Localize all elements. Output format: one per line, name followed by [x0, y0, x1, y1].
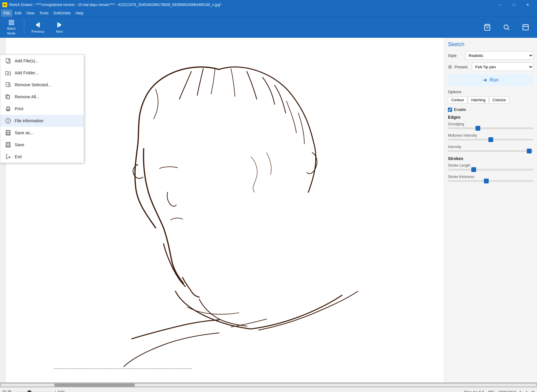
svg-rect-29	[7, 130, 9, 132]
remove-selected-label: Remove Selected...	[15, 82, 51, 87]
enable-checkbox[interactable]	[448, 108, 452, 112]
svg-marker-6	[58, 22, 62, 27]
stroke-thickness-label: Stroke thickness	[448, 175, 533, 179]
menu-file-information[interactable]: File information	[0, 115, 84, 127]
stroke-length-thumb[interactable]	[471, 167, 476, 172]
menu-tools[interactable]: Tools	[37, 10, 51, 17]
smudging-slider-section: Smudging	[448, 122, 533, 129]
tab-hatching[interactable]: Hatching	[468, 97, 489, 104]
zoom-out-button[interactable]: −	[13, 390, 15, 392]
midtones-slider-section: Midtones Intensity	[448, 133, 533, 141]
save-as-icon	[5, 130, 11, 136]
zoom-controls: ⊡ ⊞ − + 67%	[2, 389, 65, 392]
run-arrow-icon: ➜	[483, 77, 487, 83]
zoom-actual-button[interactable]: ⊞	[8, 389, 11, 392]
save-label: Save	[15, 142, 24, 147]
intensity-track[interactable]	[448, 150, 533, 152]
selection-box	[54, 368, 192, 369]
style-select[interactable]: Realistic	[465, 51, 533, 60]
menu-exit[interactable]: Exit	[0, 151, 84, 163]
menu-remove-selected[interactable]: Remove Selected...	[0, 79, 84, 91]
midtones-track[interactable]	[448, 139, 533, 141]
menu-softorbits[interactable]: SoftOrbits	[51, 10, 73, 17]
style-label: Style	[448, 53, 463, 58]
save-icon	[5, 142, 11, 148]
maximize-button[interactable]: □	[507, 0, 521, 10]
time-display: Time (s): 6.9	[464, 390, 484, 392]
presets-icon: ⚙	[448, 64, 452, 70]
next-icon	[56, 21, 63, 28]
info-icon	[5, 118, 11, 124]
menu-add-folder[interactable]: Add Folder...	[0, 67, 84, 79]
search-button[interactable]	[497, 18, 515, 36]
menu-save-as[interactable]: Save as...	[0, 127, 84, 139]
print-label: Print	[15, 106, 23, 111]
print-icon	[5, 106, 11, 112]
svg-rect-30	[7, 133, 10, 135]
search-icon	[503, 24, 510, 31]
titlebar-title: Sketch Drawer - ****Unregistered version…	[9, 3, 221, 7]
zoom-in-button[interactable]: +	[54, 390, 56, 392]
stroke-length-track[interactable]	[448, 169, 533, 171]
next-button[interactable]: Next	[50, 18, 68, 36]
run-button[interactable]: ➜ Run	[448, 74, 533, 86]
share-icon[interactable]: ↗	[525, 390, 528, 392]
menu-add-files[interactable]: Add File(s)...	[0, 55, 84, 67]
previous-icon	[34, 21, 41, 28]
info-status-icon[interactable]: ℹ	[520, 390, 521, 392]
menu-help[interactable]: Help	[73, 10, 86, 17]
resolution-display: 1920x3412	[498, 390, 516, 392]
window-icon	[522, 24, 529, 31]
settings-status-icon[interactable]: ⚙	[531, 390, 535, 392]
remove-all-icon	[5, 94, 11, 100]
status-right: Time (s): 6.9 JPG 1920x3412 ℹ ↗ ⚙	[464, 390, 535, 392]
tab-colorize[interactable]: Colorize	[489, 97, 509, 104]
toolbar-right	[478, 18, 535, 36]
options-label: Options	[448, 90, 533, 94]
menu-edit[interactable]: Edit	[12, 10, 24, 17]
titlebar-left: ✏ Sketch Drawer - ****Unregistered versi…	[2, 2, 221, 7]
zoom-fit-button[interactable]: ⊡	[2, 389, 6, 392]
close-button[interactable]: ✕	[521, 0, 535, 10]
panel-title: Sketch	[448, 41, 533, 48]
zoom-slider-thumb[interactable]	[27, 390, 32, 392]
menu-view[interactable]: View	[24, 10, 37, 17]
menu-print[interactable]: Print	[0, 103, 84, 115]
batch-mode-icon	[8, 19, 15, 25]
midtones-thumb[interactable]	[488, 137, 493, 142]
menu-save[interactable]: Save	[0, 139, 84, 151]
batch-mode-label2: Mode	[7, 31, 16, 35]
menubar: File Edit View Tools SoftOrbits Help	[0, 10, 537, 17]
stroke-thickness-slider-section: Stroke thickness	[448, 175, 533, 182]
intensity-thumb[interactable]	[527, 149, 532, 153]
window-icon-button[interactable]	[517, 18, 535, 36]
previous-button[interactable]: Previous	[28, 18, 48, 36]
remove-selected-icon	[5, 82, 11, 88]
presets-select[interactable]: Felt-Tip pen	[472, 63, 533, 71]
menu-remove-all[interactable]: Remove All...	[0, 91, 84, 103]
horizontal-scrollbar[interactable]	[0, 382, 537, 387]
minimize-button[interactable]: ─	[493, 0, 507, 10]
cart-button[interactable]	[478, 18, 496, 36]
strokes-section-label: Strokes	[448, 156, 533, 161]
intensity-label: Intensity	[448, 145, 533, 149]
add-folder-icon	[5, 70, 11, 76]
menu-file[interactable]: File	[1, 10, 12, 17]
smudging-track[interactable]	[448, 127, 533, 129]
tab-contour[interactable]: Contour	[448, 97, 467, 104]
scroll-track[interactable]	[1, 383, 536, 387]
next-label: Next	[56, 30, 63, 33]
batch-mode-button[interactable]: Batch Mode	[2, 18, 20, 36]
stroke-thickness-track[interactable]	[448, 180, 533, 182]
svg-line-10	[508, 28, 509, 30]
zoom-level: 67%	[58, 390, 65, 392]
intensity-slider-section: Intensity	[448, 145, 533, 152]
toolbar: Batch Mode Previous Next	[0, 17, 537, 38]
file-dropdown-menu: Add File(s)... Add Folder... Remove	[0, 55, 84, 163]
scroll-thumb[interactable]	[54, 384, 135, 387]
smudging-thumb[interactable]	[476, 126, 480, 131]
stroke-thickness-thumb[interactable]	[484, 179, 489, 183]
svg-point-9	[504, 25, 508, 29]
smudging-label: Smudging	[448, 122, 533, 126]
toolbar-separator	[24, 20, 24, 35]
